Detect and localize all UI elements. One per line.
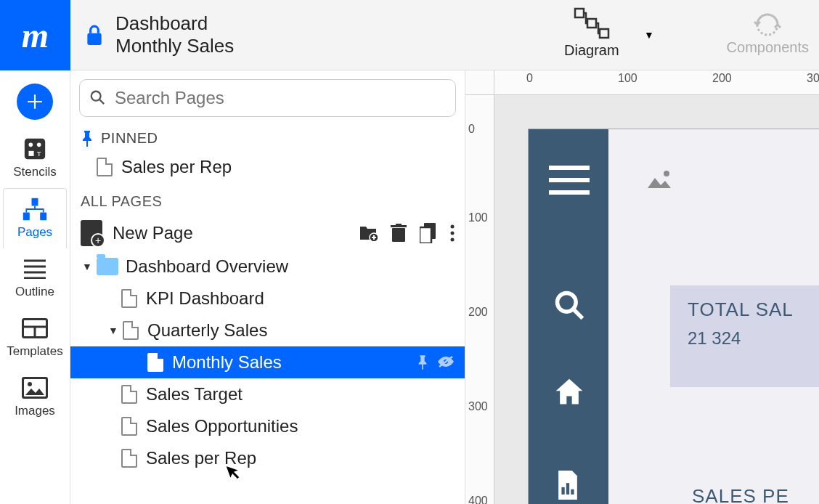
- delete-icon[interactable]: [391, 224, 407, 243]
- ruler-tick: 0: [526, 72, 533, 85]
- image-placeholder-icon: [645, 169, 674, 191]
- ruler-tick: 200: [468, 306, 488, 319]
- pinned-header: PINNED: [70, 126, 465, 151]
- all-pages-header: ALL PAGES: [70, 183, 465, 216]
- tree-page-row[interactable]: Sales Opportunities: [70, 410, 465, 442]
- more-icon[interactable]: [450, 224, 455, 242]
- ruler-tick: 400: [468, 495, 488, 504]
- tree-folder-row[interactable]: ▼ Dashboard Overview: [70, 251, 465, 283]
- ruler-vertical[interactable]: 0 100 200 300 400: [465, 95, 494, 504]
- stencils-icon: T: [22, 136, 48, 162]
- ruler-tick: 200: [712, 72, 732, 85]
- new-page-icon[interactable]: [81, 220, 102, 246]
- project-title[interactable]: Dashboard: [115, 12, 234, 35]
- svg-line-23: [99, 99, 104, 104]
- ruler-tick: 0: [468, 123, 475, 136]
- svg-point-30: [451, 225, 455, 229]
- canvas-area: 0 100 200 30 0 100 200 300 400 TOTAL SAL…: [465, 70, 819, 504]
- page-label: Quarterly Sales: [147, 320, 267, 341]
- rail-item-label: Templates: [7, 344, 62, 359]
- kpi-value: 21 324: [688, 328, 819, 349]
- tree-page-row-selected[interactable]: Monthly Sales: [70, 346, 465, 378]
- pages-panel: PINNED Sales per Rep ALL PAGES New Page …: [70, 70, 465, 504]
- page-tree: ▼ Dashboard Overview KPI Dashboard ▼ Qua…: [70, 251, 465, 474]
- duplicate-icon[interactable]: [420, 223, 437, 243]
- search-icon: [553, 289, 585, 321]
- view-mode-diagram[interactable]: Diagram: [564, 7, 619, 59]
- components-icon: [751, 7, 783, 36]
- svg-point-1: [29, 143, 33, 147]
- home-icon: [553, 376, 585, 408]
- tree-page-row[interactable]: Sales per Rep: [70, 442, 465, 474]
- svg-rect-39: [571, 489, 574, 495]
- ruler-tick: 300: [468, 400, 488, 413]
- components-button[interactable]: Components: [727, 7, 809, 56]
- row-actions: [417, 355, 455, 370]
- ruler-tick: 100: [618, 72, 637, 85]
- svg-point-17: [28, 382, 32, 386]
- rail-item-label: Pages: [17, 225, 52, 240]
- kpi-title: TOTAL SAL: [688, 298, 819, 321]
- pin-icon: [81, 131, 94, 147]
- caret-down-icon[interactable]: ▼: [82, 261, 92, 272]
- svg-rect-6: [23, 213, 30, 221]
- design-canvas[interactable]: TOTAL SAL 21 324 SALES PE: [528, 129, 819, 504]
- mock-section-title: SALES PE: [692, 485, 789, 504]
- outline-icon: [22, 256, 48, 282]
- components-label: Components: [727, 39, 809, 56]
- page-tools: [359, 223, 455, 243]
- page-icon: [121, 417, 137, 436]
- page-icon: [121, 385, 137, 404]
- ruler-tick: 100: [468, 211, 488, 224]
- folder-icon: [97, 258, 118, 275]
- images-icon: [22, 375, 48, 401]
- tree-page-row[interactable]: KPI Dashboard: [70, 283, 465, 314]
- pinned-header-label: PINNED: [101, 130, 158, 147]
- search-icon: [89, 89, 105, 105]
- lock-icon[interactable]: [85, 24, 104, 46]
- rail-item-label: Images: [15, 404, 55, 418]
- new-page-row: New Page: [70, 216, 465, 251]
- new-folder-icon[interactable]: [359, 225, 378, 241]
- caret-down-icon[interactable]: ▼: [108, 325, 118, 336]
- svg-rect-25: [392, 228, 405, 242]
- svg-rect-38: [566, 483, 569, 495]
- pages-icon: [22, 196, 48, 222]
- page-icon: [97, 158, 113, 176]
- visibility-off-icon[interactable]: [437, 355, 455, 370]
- svg-rect-18: [87, 33, 101, 45]
- tree-page-row[interactable]: Sales Target: [70, 378, 465, 410]
- add-button[interactable]: [17, 84, 53, 120]
- header-titles: Dashboard Monthly Sales: [115, 12, 234, 57]
- app-logo-letter: m: [22, 15, 49, 55]
- svg-point-35: [558, 293, 576, 312]
- rail-item-images[interactable]: Images: [0, 367, 70, 427]
- chart-file-icon: [555, 471, 581, 500]
- diagram-icon: [574, 7, 610, 39]
- pin-icon[interactable]: [417, 355, 428, 370]
- rail-item-templates[interactable]: Templates: [0, 308, 70, 367]
- page-title[interactable]: Monthly Sales: [115, 35, 234, 57]
- ruler-horizontal[interactable]: 0 100 200 30: [494, 70, 819, 95]
- hamburger-icon: [549, 166, 590, 195]
- svg-rect-5: [32, 198, 38, 206]
- ruler-corner: [465, 70, 494, 95]
- view-mode-caret-icon[interactable]: ▼: [644, 29, 654, 41]
- search-input[interactable]: [79, 79, 456, 117]
- new-page-label[interactable]: New Page: [113, 223, 359, 243]
- rail-item-outline[interactable]: Outline: [0, 248, 70, 308]
- page-label: KPI Dashboard: [146, 288, 264, 309]
- page-icon: [121, 449, 137, 468]
- pinned-page-row[interactable]: Sales per Rep: [70, 151, 465, 183]
- svg-rect-0: [25, 139, 45, 159]
- tree-page-row[interactable]: ▼ Quarterly Sales: [70, 314, 465, 346]
- app-logo[interactable]: m: [0, 0, 70, 70]
- page-label: Sales Target: [146, 384, 243, 405]
- view-mode-label: Diagram: [564, 42, 619, 59]
- rail-item-pages[interactable]: Pages: [3, 188, 67, 248]
- svg-text:T: T: [37, 150, 41, 158]
- rail-item-stencils[interactable]: T Stencils: [0, 129, 70, 188]
- svg-rect-27: [396, 224, 402, 226]
- svg-rect-37: [561, 487, 564, 495]
- svg-rect-21: [600, 29, 608, 38]
